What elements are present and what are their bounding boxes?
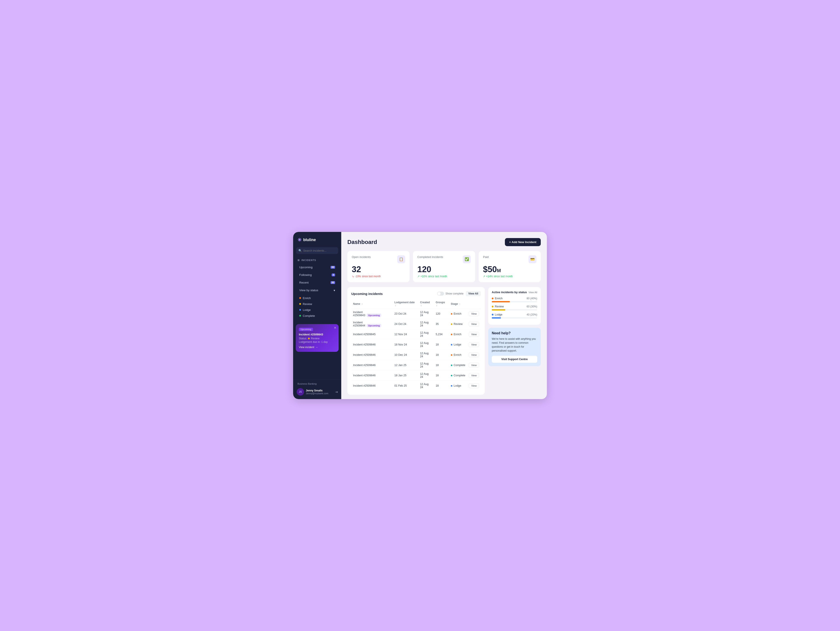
- notif-status: Status: Review: [299, 337, 336, 340]
- stat-icon-card: 💳: [529, 255, 536, 263]
- chevron-down-icon: ▾: [333, 289, 335, 292]
- incidents-controls: Show complete View All: [437, 291, 481, 296]
- status-row-header: Enrich 80 (40%): [492, 297, 537, 300]
- support-button[interactable]: Visit Support Centre: [492, 356, 537, 363]
- cell-name: Incident #2509846: [351, 381, 393, 391]
- view-all-button[interactable]: View All: [466, 291, 481, 296]
- logo: ✳ bluline: [293, 237, 341, 247]
- right-panel: Active incidents by status View All Enri…: [488, 287, 541, 395]
- cell-created: 12 Aug 24: [418, 370, 434, 381]
- stat-icon-clipboard: 📋: [397, 255, 405, 263]
- help-body: We're here to assist with anything you n…: [492, 337, 537, 353]
- stat-card-header: Paid 💳: [483, 255, 536, 263]
- status-row-label: Review: [492, 305, 504, 308]
- cell-name: Incident #2509846: [351, 340, 393, 350]
- stat-label: Completed incidents: [417, 255, 443, 259]
- enrich-dot: [299, 297, 301, 299]
- cell-created: 12 Aug 24: [418, 350, 434, 360]
- cell-action: View: [467, 340, 481, 350]
- col-groups: Groups ↕: [434, 299, 449, 309]
- search-input[interactable]: [296, 247, 338, 254]
- cell-groups: 35: [434, 319, 449, 329]
- sidebar-item-following[interactable]: Following 8: [295, 271, 339, 278]
- status-card: Active incidents by status View All Enri…: [488, 287, 541, 325]
- cell-action: View: [467, 381, 481, 391]
- view-button[interactable]: View: [469, 363, 479, 368]
- stat-value: $50M: [483, 265, 536, 274]
- status-item-review[interactable]: Review: [295, 301, 339, 307]
- incidents-title: Upcoming incidents: [351, 292, 382, 296]
- stat-change: ↘ -10% since last month: [352, 275, 405, 278]
- status-bar-row: Review 60 (30%): [492, 305, 537, 310]
- status-bar-label: Lodge: [495, 313, 502, 316]
- table-row: Incident #2509846 01 Feb 25 12 Aug 24 18…: [351, 381, 481, 391]
- view-button[interactable]: View: [469, 332, 479, 337]
- view-button[interactable]: View: [469, 383, 479, 388]
- add-new-incident-button[interactable]: + Add New Incident: [505, 238, 541, 246]
- stat-paid: Paid 💳 $50M ↗ +14% since last month: [478, 251, 541, 283]
- incidents-section-label: ⊞ INCIDENTS: [293, 258, 341, 263]
- status-items: Enrich Review Lodge Complete: [293, 294, 341, 321]
- logo-icon: ✳: [297, 237, 302, 243]
- status-item-lodge[interactable]: Lodge: [295, 307, 339, 313]
- cell-created: 12 Aug 24: [418, 340, 434, 350]
- cell-lodgement: 24 Oct 24: [393, 319, 418, 329]
- progress-bar-bg: [492, 301, 537, 302]
- view-button[interactable]: View: [469, 312, 479, 316]
- cell-lodgement: 23 Oct 24: [393, 309, 418, 319]
- cell-action: View: [467, 329, 481, 340]
- stat-card-header: Completed incidents ✅: [417, 255, 471, 263]
- cell-stage: Enrich: [449, 309, 467, 319]
- view-button[interactable]: View: [469, 373, 479, 378]
- sidebar-item-upcoming[interactable]: Upcoming 89: [295, 264, 339, 271]
- view-button[interactable]: View: [469, 342, 479, 347]
- upcoming-tag: Upcoming: [366, 313, 382, 317]
- stat-value: 120: [417, 265, 471, 274]
- view-by-status[interactable]: View by status ▾: [295, 286, 339, 294]
- stat-open-incidents: Open incidents 📋 32 ↘ -10% since last mo…: [347, 251, 409, 283]
- view-button[interactable]: View: [469, 353, 479, 357]
- cell-stage: Complete: [449, 370, 467, 381]
- status-bar-value: 40 (20%): [527, 313, 537, 316]
- view-button[interactable]: View: [469, 322, 479, 326]
- status-dot: [492, 314, 494, 315]
- incidents-table: Name ↕ Lodgement date ↕ Created ↕ Groups…: [351, 299, 481, 391]
- notification-card: ✕ Upcoming Incident #2509843 Status: Rev…: [296, 324, 339, 352]
- following-badge: 8: [332, 274, 335, 276]
- status-row-label: Enrich: [492, 297, 502, 300]
- page-title: Dashboard: [347, 239, 377, 245]
- cell-lodgement: 12 Nov 24: [393, 329, 418, 340]
- stat-change: ↗ +14% since last month: [483, 275, 536, 278]
- lodge-dot: [299, 309, 301, 311]
- col-stage: Stage ↕: [449, 299, 467, 309]
- view-incident-link[interactable]: View incident →: [299, 346, 336, 349]
- notif-badge: Upcoming: [299, 328, 313, 331]
- cell-stage: Review: [449, 319, 467, 329]
- app-container: ✳ bluline 🔍 ⊞ INCIDENTS Upcoming 89 Foll…: [293, 232, 547, 399]
- show-complete-toggle[interactable]: [437, 292, 444, 296]
- stage-dot: [451, 365, 452, 366]
- cell-lodgement: 12 Jan 25: [393, 360, 418, 370]
- sidebar-item-recent[interactable]: Recent 89: [295, 279, 339, 286]
- status-view-all-button[interactable]: View All: [529, 291, 537, 294]
- cell-lodgement: 01 Feb 25: [393, 381, 418, 391]
- notif-title: Incident #2509843: [299, 333, 336, 336]
- status-card-title: Active incidents by status: [492, 291, 527, 294]
- cell-groups: 18: [434, 381, 449, 391]
- close-icon[interactable]: ✕: [334, 326, 336, 329]
- cell-action: View: [467, 350, 481, 360]
- stage-label: Lodge: [454, 343, 461, 346]
- status-row-label: Lodge: [492, 313, 502, 316]
- cell-created: 12 Aug 24: [418, 360, 434, 370]
- cell-groups: 18: [434, 340, 449, 350]
- status-bar-row: Lodge 40 (20%): [492, 313, 537, 319]
- cell-name: Incident #2509846: [351, 350, 393, 360]
- status-item-complete[interactable]: Complete: [295, 313, 339, 319]
- cell-groups: 120: [434, 309, 449, 319]
- cell-name: Incident #2509843Upcoming: [351, 309, 393, 319]
- logout-button[interactable]: ⇥: [335, 390, 338, 394]
- status-item-enrich[interactable]: Enrich: [295, 295, 339, 301]
- status-dot: [492, 306, 494, 307]
- stat-label: Open incidents: [352, 255, 371, 259]
- table-row: Incident #2509846 12 Jan 25 12 Aug 24 18…: [351, 360, 481, 370]
